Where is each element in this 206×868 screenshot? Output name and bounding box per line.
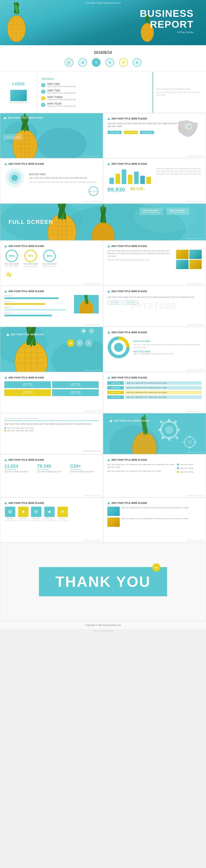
hbar-2 (4, 303, 45, 305)
tgl-4[interactable]: ADD TITLE ADD TEXT HERE (52, 389, 99, 396)
ib-item-2: ★ ADD TEXT ADD TEXT HERE (18, 507, 29, 522)
contents-slide: LOGO ... LOGO DESCRIPTION HERE CONTENTS … (0, 72, 206, 113)
deco-bird (4, 270, 12, 279)
float-icon-3[interactable]: ♦ (85, 339, 93, 347)
bar-chart-text: ADD TEXT HERE ADD TEXT HERE ADD TEXT HER… (156, 167, 202, 193)
slide-label-11: SIMPLE IS BEAUTIFUL (187, 369, 204, 371)
item-sub-4: ADD YOUR TITLE HERE PLEASE (47, 105, 76, 107)
triangle-icon-16 (4, 502, 7, 504)
bar-6 (140, 176, 145, 184)
triangle-icon-10 (107, 331, 110, 334)
fi-4[interactable]: ⬟ (81, 328, 87, 334)
contents-logo-area: LOGO ... LOGO DESCRIPTION HERE (0, 72, 37, 113)
tag-btn-3[interactable]: ADD HERE (140, 131, 154, 134)
svg-rect-97 (158, 429, 161, 431)
teal-icons-content: ADD YOUR TITLE HEREPLACE ★ ☀ ♦ ⬟ ◈ (4, 331, 99, 340)
triangle-icon-7 (4, 290, 7, 292)
svg-rect-104 (189, 435, 190, 437)
tgr-text-3: ADD TEXT HERE ADD TEXT HERE ADD TEXT HER… (125, 391, 202, 394)
tl-item-1: ADD TEXT HERE ADD TEXT HERE (4, 427, 99, 429)
photo-grid (176, 250, 202, 269)
svg-text:ADD TEXT: ADD TEXT (89, 190, 98, 192)
banner-text-block: FULL SCREEN (8, 219, 53, 225)
hbar-item-3: ADD TEXT (4, 306, 72, 311)
ppts-tag-1[interactable]: ADD TEXT (108, 301, 121, 304)
ppts-tag-2[interactable]: ADD TEXT (124, 301, 137, 304)
slide-stats: ADD YOUR TITLE HERE PLEASE 11,024 ADD TE… (0, 454, 103, 497)
slide-title-bar: ADD YOUR TITLE HERE PLEASE (107, 163, 202, 165)
pineapple-left (4, 2, 45, 45)
slide-barchart: ADD YOUR TITLE HERE PLEASE 99,930 ↑ (103, 158, 206, 204)
contents-list: CONTENTS 1 PART ONE ADD YOUR TITLE HERE … (37, 72, 152, 113)
triangle-icon-13 (109, 420, 112, 422)
slide-label-16: SIMPLE IS BEAUTIFUL (187, 495, 204, 496)
icon-6[interactable]: ♣ (133, 58, 141, 67)
slide-pptstore: PPTSTORE ADD YOUR TITLE HERE PLEASE ADD … (103, 286, 206, 327)
icon-3[interactable]: ☀ (92, 58, 101, 67)
hbars-area: ADD TEXT ADD TEXT ADD TEXT ADD TEXT (4, 295, 72, 317)
bar-chart (107, 167, 153, 184)
tgr-text-1: ADD TEXT HERE ADD TEXT HERE ADD TEXT HER… (125, 381, 202, 385)
tgr-text-2: ADD TEXT HERE ADD TEXT HERE ADD TEXT HER… (125, 386, 202, 390)
hbar-item-1: ADD TEXT (4, 295, 72, 299)
icon-1[interactable]: 🛒 (65, 58, 73, 67)
float-icon-1[interactable]: ★ (67, 339, 74, 347)
pre-title-text: SET TWO ADD YOUR TITLE HERE PLEASE (4, 417, 99, 419)
triangle-icon-8 (107, 290, 110, 292)
bar-7 (147, 177, 151, 184)
circles-sub: ADD TEXT HERE ADD TEXT HERE ADD TEXT HER… (29, 181, 96, 183)
logo-image (10, 90, 27, 101)
tgl-2[interactable]: ADD TITLE ADD TEXT HERE (52, 381, 99, 388)
map-area (175, 117, 202, 140)
row-2: ADD YOUR TITLE HERE PLEASE ADD TEXT HERE… (0, 158, 206, 204)
icon-2[interactable]: ✿ (78, 58, 87, 67)
item-num-1: 1 (41, 83, 45, 87)
percent-item-3: 50% ADD TEXT HERE ADD TEXT HERE (42, 250, 57, 267)
slide-photos: ADD YOUR TITLE HERE PLEASE ADD TEXT HERE… (103, 241, 206, 286)
logo-sub: ... (18, 86, 19, 88)
stat-big-2: 79,345 ADD TEXT HERE ADD TEXT HERE ADD T… (37, 464, 66, 473)
fi-5[interactable]: ◈ (88, 328, 95, 334)
tl-dot-1 (4, 427, 6, 429)
row-6: ADD YOUR TITLE HEREPLACE ★ ☀ ♦ ⬟ ◈ SIMPL… (0, 327, 206, 372)
icon-4[interactable]: ★ (105, 58, 114, 67)
tgl-1[interactable]: ADD TITLE ADD TEXT HERE (4, 381, 51, 388)
photos-layout: ADD TEXT HERE ADD TEXT HERE ADD TEXT HER… (107, 250, 202, 269)
cover-slide: Copyright © http://www.pptstore.net BUSI… (0, 0, 206, 45)
stat-big-label-3: ADD TEXT HERE ADD TEXT (70, 471, 99, 473)
slide-title-donut: ADD YOUR TITLE HERE PLEASE (107, 331, 202, 334)
banner-content: FULL SCREEN ADD TITLE HERE ADD TEXT ADD … (0, 204, 206, 240)
bar-1 (109, 178, 114, 184)
icon-5[interactable]: ⚙ (119, 58, 128, 67)
tag-btn-1[interactable]: ADD HERE (108, 131, 122, 134)
ib-icon-2[interactable]: ★ (18, 507, 28, 517)
banner-labels: ADD TITLE HERE ADD TEXT ADD TEXT ADD TIT… (140, 208, 189, 215)
svg-rect-105 (189, 447, 190, 449)
simple-text-right: SIMPLE IS BEAUTIFUL (83, 450, 101, 452)
float-icon-2[interactable]: ☀ (76, 339, 83, 347)
percent-item-1: 90% ADD TEXT HERE ADD TEXT HERE (4, 250, 19, 267)
ib-icon-3[interactable]: ⚙ (31, 507, 42, 517)
mx-text-1: ADD TEXT HERE ADD TEXT HERE ADD TEXT HER… (121, 507, 202, 516)
svg-point-85 (114, 343, 123, 352)
mx-row-2: ADD TEXT HERE ADD TEXT HERE ADD TEXT HER… (107, 518, 202, 527)
row-9: ADD YOUR TITLE HERE PLEASE 11,024 ADD TE… (0, 454, 206, 497)
ib-icon-1[interactable]: ✿ (5, 507, 15, 517)
slide-title-ppts: ADD YOUR TITLE HERE PLEASE (107, 290, 202, 292)
triangle-icon-14 (4, 459, 7, 461)
triangle-icon-6 (107, 245, 110, 247)
slide-circles: ADD YOUR TITLE HERE PLEASE ADD TEXT HERE… (0, 158, 103, 204)
slide-label-7: SIMPLE IS BEAUTIFUL (187, 283, 204, 285)
ib-icon-4[interactable]: ♣ (44, 507, 55, 517)
slide-title-1: ADD YOUR TITLE HERE PLEASE (3, 117, 100, 119)
bdot-circle-3 (177, 471, 179, 473)
ib-item-1: ✿ ADD TEXT ADD TEXT HERE (4, 507, 16, 522)
dt-1: ADD TITLE HERE (133, 340, 202, 342)
ib-icon-5[interactable]: ✈ (57, 507, 68, 517)
stat-big-3: C20+ ADD TEXT HERE ADD TEXT HERE ADD TEX… (70, 464, 99, 473)
tgl-3[interactable]: ADD TITLE ADD TEXT HERE (4, 389, 51, 396)
tl-image (74, 295, 99, 313)
tag-btn-2[interactable]: ADD HERE (124, 131, 138, 134)
tl-item-2: ADD TEXT HERE ADD TEXT HERE (4, 430, 99, 432)
slide-text-list: SET TWO ADD YOUR TITLE HERE PLEASE ADD Y… (0, 413, 103, 454)
